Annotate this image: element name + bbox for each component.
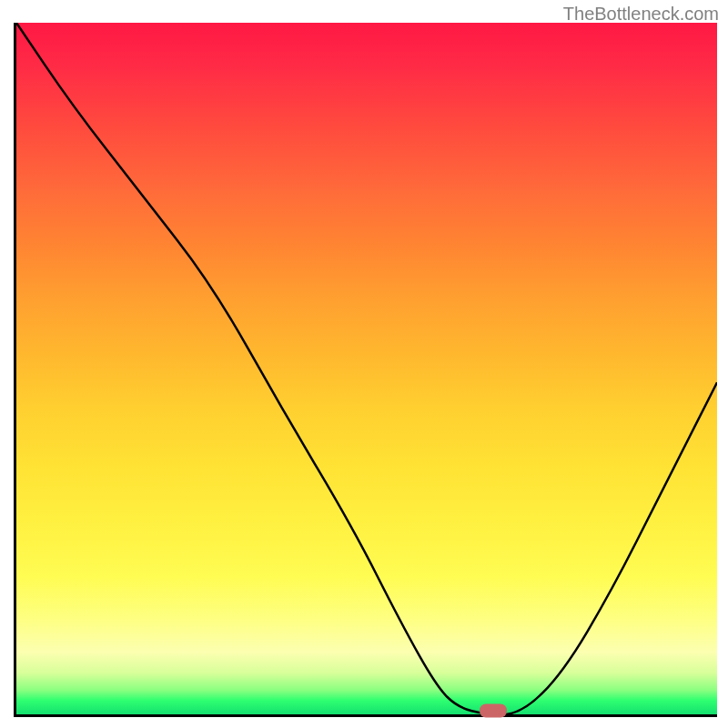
optimal-marker — [480, 704, 507, 718]
watermark-text: TheBottleneck.com — [563, 4, 719, 25]
gradient-background — [16, 23, 717, 714]
chart-container: TheBottleneck.com — [0, 0, 728, 728]
plot-area — [14, 23, 717, 717]
